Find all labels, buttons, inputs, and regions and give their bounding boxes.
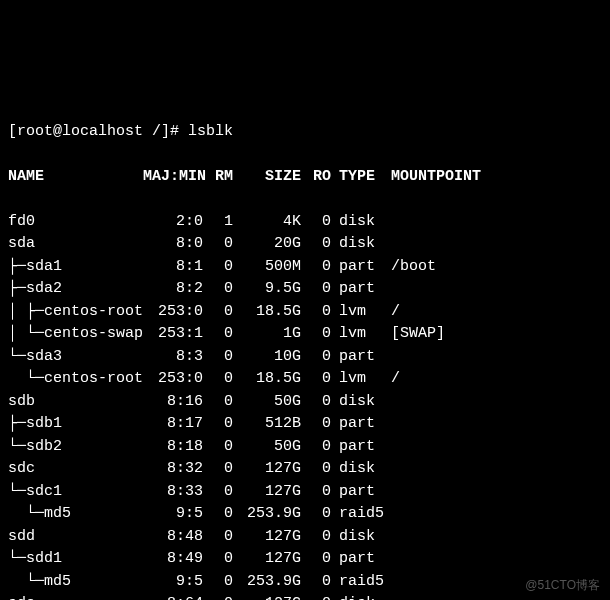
device-name: fd0 [8,211,143,234]
ro-value: 0 [301,256,331,279]
shell-prompt: [root@localhost /]# [8,123,188,140]
size-value: 253.9G [233,571,301,594]
rm-value: 0 [203,548,233,571]
ro-value: 0 [301,346,331,369]
ro-value: 0 [301,571,331,594]
mountpoint-value: [SWAP] [391,323,445,346]
type-value: part [331,481,391,504]
header-name: NAME [8,166,143,189]
type-value: disk [331,391,391,414]
device-name: └─md5 [8,503,143,526]
lsblk-row: ├─sdb18:170512B0part [8,413,602,436]
lsblk-row: sda8:0020G0disk [8,233,602,256]
size-value: 253.9G [233,503,301,526]
ro-value: 0 [301,481,331,504]
ro-value: 0 [301,413,331,436]
ro-value: 0 [301,526,331,549]
device-name: ├─sda2 [8,278,143,301]
header-majmin: MAJ:MIN [143,166,203,189]
device-name: sdb [8,391,143,414]
lsblk-row: sdc8:320127G0disk [8,458,602,481]
lsblk-row: └─sdd18:490127G0part [8,548,602,571]
ro-value: 0 [301,391,331,414]
ro-value: 0 [301,436,331,459]
ro-value: 0 [301,503,331,526]
lsblk-row: sdb8:16050G0disk [8,391,602,414]
device-name: ├─sdb1 [8,413,143,436]
type-value: disk [331,458,391,481]
majmin-value: 8:17 [143,413,203,436]
type-value: lvm [331,301,391,324]
rm-value: 0 [203,458,233,481]
majmin-value: 8:18 [143,436,203,459]
device-name: └─sdc1 [8,481,143,504]
ro-value: 0 [301,211,331,234]
device-name: └─sdb2 [8,436,143,459]
lsblk-row: └─sda38:3010G0part [8,346,602,369]
device-name: ├─sda1 [8,256,143,279]
device-name: sda [8,233,143,256]
rm-value: 0 [203,481,233,504]
lsblk-row: sde8:640127G0disk [8,593,602,600]
rm-value: 0 [203,391,233,414]
majmin-value: 253:0 [143,368,203,391]
rm-value: 1 [203,211,233,234]
majmin-value: 8:49 [143,548,203,571]
type-value: disk [331,593,391,600]
size-value: 18.5G [233,301,301,324]
device-name: sde [8,593,143,600]
device-name: sdc [8,458,143,481]
majmin-value: 8:2 [143,278,203,301]
device-name: └─sdd1 [8,548,143,571]
ro-value: 0 [301,548,331,571]
header-mountpoint: MOUNTPOINT [391,166,481,189]
lsblk-row: │ ├─centos-root253:0018.5G0lvm/ [8,301,602,324]
majmin-value: 8:1 [143,256,203,279]
header-rm: RM [203,166,233,189]
size-value: 512B [233,413,301,436]
majmin-value: 8:0 [143,233,203,256]
ro-value: 0 [301,458,331,481]
rm-value: 0 [203,571,233,594]
majmin-value: 8:33 [143,481,203,504]
ro-value: 0 [301,323,331,346]
lsblk-row: └─sdb28:18050G0part [8,436,602,459]
rm-value: 0 [203,436,233,459]
lsblk-row: └─sdc18:330127G0part [8,481,602,504]
majmin-value: 8:16 [143,391,203,414]
size-value: 20G [233,233,301,256]
watermark-text: @51CTO博客 [525,576,600,594]
header-type: TYPE [331,166,391,189]
rm-value: 0 [203,346,233,369]
device-name: └─centos-root [8,368,143,391]
device-name: sdd [8,526,143,549]
device-name: └─md5 [8,571,143,594]
rm-value: 0 [203,301,233,324]
type-value: part [331,346,391,369]
ro-value: 0 [301,278,331,301]
rm-value: 0 [203,323,233,346]
rm-value: 0 [203,413,233,436]
rm-value: 0 [203,256,233,279]
rm-value: 0 [203,368,233,391]
lsblk-row: └─md59:50253.9G0raid5 [8,571,602,594]
lsblk-row: sdd8:480127G0disk [8,526,602,549]
size-value: 18.5G [233,368,301,391]
size-value: 127G [233,481,301,504]
rm-value: 0 [203,503,233,526]
size-value: 127G [233,458,301,481]
size-value: 127G [233,593,301,600]
ro-value: 0 [301,233,331,256]
type-value: lvm [331,323,391,346]
type-value: disk [331,211,391,234]
majmin-value: 8:32 [143,458,203,481]
ro-value: 0 [301,301,331,324]
ro-value: 0 [301,593,331,600]
device-name: │ ├─centos-root [8,301,143,324]
device-name: └─sda3 [8,346,143,369]
majmin-value: 253:0 [143,301,203,324]
size-value: 10G [233,346,301,369]
type-value: raid5 [331,503,391,526]
lsblk-rows: fd02:014K0disksda8:0020G0disk├─sda18:105… [8,211,602,601]
prompt-line-1: [root@localhost /]# lsblk [8,121,602,144]
